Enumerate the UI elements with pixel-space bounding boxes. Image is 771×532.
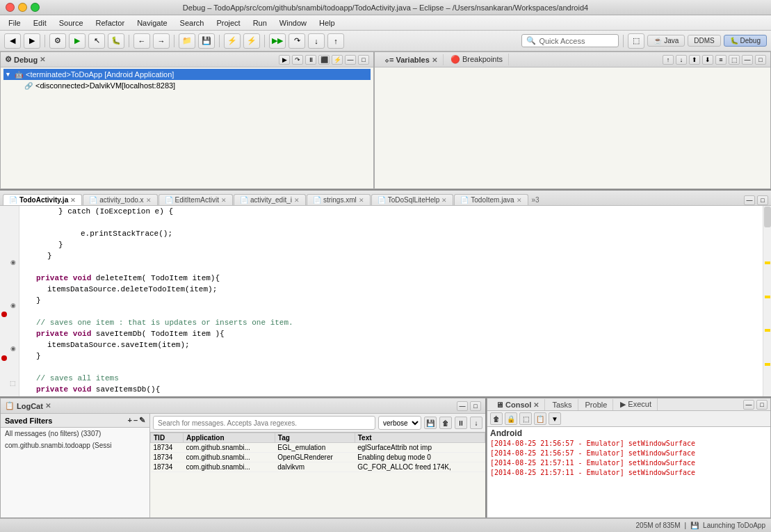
editor-tab-4[interactable]: 📄 strings.xml ✕ [307, 194, 371, 205]
vars-minimize[interactable]: — [742, 55, 753, 65]
editor-tab-close-2[interactable]: ✕ [221, 197, 227, 204]
perspective-ddms[interactable]: DDMS [688, 35, 720, 47]
filter-add-btn[interactable]: + [127, 416, 131, 425]
editor-tab-3[interactable]: 📄 activity_edit_i ✕ [234, 194, 306, 205]
menu-run[interactable]: Run [247, 17, 273, 29]
menu-source[interactable]: Source [54, 17, 89, 29]
quick-access-box[interactable]: 🔍 Quick Access [521, 34, 619, 47]
editor-tab-0[interactable]: 📄 TodoActivity.ja ✕ [3, 194, 82, 205]
logcat-row-1[interactable]: 18734 com.github.snambi... OpenGLRendere… [151, 453, 485, 462]
perspective-java[interactable]: ☕ Java [647, 35, 685, 47]
logcat-minimize[interactable]: — [457, 401, 468, 411]
toolbar-step-into[interactable]: ↓ [308, 33, 325, 49]
scrollbar-thumb[interactable] [764, 207, 771, 227]
console-action1[interactable]: ⬚ [519, 412, 532, 425]
toolbar-save[interactable]: 💾 [198, 33, 215, 49]
debug-tab[interactable]: ⚙ Debug ✕ [5, 55, 45, 64]
console-tab-problems[interactable]: Proble [580, 399, 614, 410]
console-maximize[interactable]: □ [756, 400, 768, 410]
filter-edit-btn[interactable]: ✎ [139, 416, 145, 425]
editor-tab-2[interactable]: 📄 EditItemActivit ✕ [159, 194, 233, 205]
menu-window[interactable]: Window [274, 17, 312, 29]
debug-suspend[interactable]: ⏸ [305, 55, 316, 65]
vars-maximize[interactable]: □ [755, 55, 766, 65]
toolbar-resume[interactable]: ▶▶ [269, 33, 286, 49]
editor-tab-close-6[interactable]: ✕ [517, 197, 522, 204]
editor-maximize[interactable]: □ [757, 195, 768, 205]
console-scroll-lock-btn[interactable]: 🔒 [505, 412, 517, 425]
vars-ctrl-5[interactable]: ≡ [715, 55, 727, 65]
debug-tree-item-1[interactable]: 🔗 <disconnected>DalvikVM[localhost:8283] [3, 80, 371, 91]
vars-ctrl-2[interactable]: ↓ [676, 55, 687, 65]
editor-tab-close-4[interactable]: ✕ [359, 197, 364, 204]
toolbar-run[interactable]: ▶ [69, 33, 86, 49]
perspective-debug[interactable]: 🐛 Debug [724, 35, 767, 47]
vars-ctrl-1[interactable]: ↑ [663, 55, 674, 65]
maximize-button[interactable] [31, 3, 40, 12]
toolbar-cursor[interactable]: ↖ [88, 33, 105, 49]
logcat-tab-close[interactable]: ✕ [45, 402, 51, 410]
editor-tab-1[interactable]: 📄 activity_todo.x ✕ [83, 194, 157, 205]
menu-project[interactable]: Project [211, 17, 245, 29]
toolbar-new[interactable]: ⚙ [49, 33, 66, 49]
console-tab-close[interactable]: ✕ [533, 401, 539, 409]
logcat-row-0[interactable]: 18734 com.github.snambi... EGL_emulation… [151, 443, 485, 453]
close-button[interactable] [6, 3, 15, 12]
toolbar-open[interactable]: 📁 [179, 33, 195, 49]
toolbar-open-perspective[interactable]: ⬚ [628, 33, 644, 49]
editor-tab-close-5[interactable]: ✕ [441, 197, 447, 204]
console-clear-btn[interactable]: 🗑 [490, 412, 503, 425]
debug-minimize[interactable]: — [345, 55, 356, 65]
debug-step-over[interactable]: ↷ [292, 55, 303, 65]
menu-refactor[interactable]: Refactor [90, 17, 131, 29]
logcat-verbose-select[interactable]: verbose debug info warn error [378, 416, 421, 430]
vars-ctrl-6[interactable]: ⬚ [729, 55, 740, 65]
debug-tab-close[interactable]: ✕ [40, 56, 45, 63]
logcat-clear-btn[interactable]: 🗑 [439, 417, 452, 429]
variables-tab[interactable]: ⬦= Variables ✕ [379, 54, 444, 65]
debug-maximize[interactable]: □ [358, 55, 369, 65]
menu-edit[interactable]: Edit [28, 17, 52, 29]
breakpoints-tab[interactable]: 🔴 Breakpoints [445, 54, 509, 65]
editor-tab-close-0[interactable]: ✕ [70, 197, 76, 204]
editor-tab-6[interactable]: 📄 TodoItem.java ✕ [454, 194, 528, 205]
toolbar-action2[interactable]: ⚡ [243, 33, 260, 49]
logcat-search-input[interactable] [153, 416, 375, 430]
minimize-button[interactable] [18, 3, 27, 12]
logcat-scroll-btn[interactable]: ↓ [470, 417, 482, 429]
console-action2[interactable]: 📋 [534, 412, 546, 425]
toolbar-action1[interactable]: ⚡ [224, 33, 241, 49]
editor-scrollbar[interactable] [763, 206, 771, 396]
editor-tab-5[interactable]: 📄 ToDoSqlLiteHelp ✕ [371, 194, 454, 205]
editor-minimize[interactable]: — [744, 195, 755, 205]
logcat-maximize[interactable]: □ [470, 401, 481, 411]
console-tab-console[interactable]: 🖥 Consol ✕ [490, 399, 545, 410]
logcat-row-2[interactable]: 18734 com.github.snambi... dalvikvm GC_F… [151, 462, 485, 472]
filter-all-messages[interactable]: All messages (no filters) (3307) [1, 428, 149, 440]
editor-tab-close-1[interactable]: ✕ [146, 197, 152, 204]
logcat-tab[interactable]: 📋 LogCat ✕ [5, 401, 51, 410]
logcat-save-btn[interactable]: 💾 [424, 417, 437, 429]
console-action3[interactable]: ▼ [549, 412, 561, 425]
console-tab-execute[interactable]: ▶ Execut [615, 398, 658, 410]
menu-search[interactable]: Search [175, 17, 210, 29]
variables-tab-close[interactable]: ✕ [432, 56, 437, 64]
filter-app-session[interactable]: com.github.snambi.todoapp (Sessi [1, 440, 149, 451]
filter-remove-btn[interactable]: – [133, 416, 138, 425]
console-minimize[interactable]: — [743, 400, 754, 410]
code-area[interactable]: } catch (IoException e) { e.printStackTr… [19, 206, 763, 396]
toolbar-forward[interactable]: ▶ [24, 33, 40, 49]
toolbar-prev-edit[interactable]: ← [133, 33, 150, 49]
menu-help[interactable]: Help [314, 17, 341, 29]
logcat-pause-btn[interactable]: ⏸ [455, 417, 467, 429]
toolbar-next-edit[interactable]: → [153, 33, 170, 49]
vars-ctrl-3[interactable]: ⬆ [689, 55, 700, 65]
editor-tabs-more[interactable]: »3 [529, 195, 542, 205]
debug-resume-btn[interactable]: ▶ [279, 55, 290, 65]
debug-stop[interactable]: ⬛ [318, 55, 330, 65]
menu-file[interactable]: File [3, 17, 26, 29]
toolbar-step-return[interactable]: ↑ [327, 33, 344, 49]
toolbar-debug[interactable]: 🐛 [108, 33, 124, 49]
toolbar-back[interactable]: ◀ [4, 33, 21, 49]
debug-disconnect[interactable]: ⚡ [332, 55, 343, 65]
